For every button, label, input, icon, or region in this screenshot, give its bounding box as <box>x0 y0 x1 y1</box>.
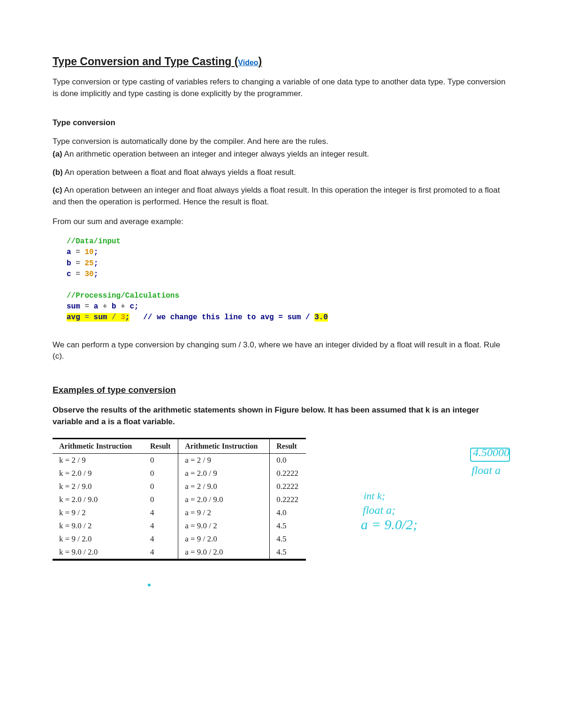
code-comment: //Processing/Calculations <box>67 292 179 300</box>
code-highlight: 3.0 <box>314 313 328 322</box>
table-row: k = 9 / 2.04a = 9 / 2.04.5 <box>53 533 306 546</box>
handwriting-line-2: float a; <box>363 504 396 517</box>
table-row: k = 9.0 / 24a = 9.0 / 24.5 <box>53 519 306 533</box>
code-semi: ; <box>94 259 99 268</box>
table-cell: 0.2222 <box>270 467 306 480</box>
code-num: 3 <box>116 313 125 322</box>
table-cell: a = 2 / 9.0 <box>178 480 270 493</box>
code-comment-inline: // we change this line to avg = sum / <box>129 313 314 322</box>
code-num: 25 <box>84 259 93 268</box>
table-cell: 0.2222 <box>270 493 306 506</box>
code-op: = <box>84 313 89 322</box>
table-cell: 4 <box>144 519 178 533</box>
handwriting-line-1: int k; <box>364 490 385 502</box>
table-cell: k = 2 / 9 <box>53 454 144 467</box>
rule-a: (a) An arithmetic operation between an i… <box>53 149 510 160</box>
handwriting-dot <box>148 584 151 586</box>
code-op: = <box>76 248 80 256</box>
handwriting-box-value: 4.50000 <box>473 446 510 459</box>
table-cell: 4.5 <box>270 546 306 560</box>
rule-a-text: An arithmetic operation between an integ… <box>62 150 369 158</box>
table-header: Result <box>144 439 178 454</box>
table-cell: a = 9 / 2.0 <box>178 533 270 546</box>
table-cell: 0 <box>144 467 178 480</box>
table-cell: k = 2.0 / 9 <box>53 467 144 480</box>
code-var: b <box>67 259 71 268</box>
code-block: //Data/input a = 10; b = 25; c = 30; //P… <box>67 236 510 323</box>
table-cell: a = 9 / 2 <box>178 506 270 519</box>
table-cell: 0.0 <box>270 454 306 467</box>
code-op: + <box>103 302 107 311</box>
table-cell: 0 <box>144 493 178 506</box>
from-example-text: From our sum and average example: <box>53 216 510 228</box>
table-cell: 0.2222 <box>270 480 306 493</box>
table-cell: 4 <box>144 506 178 519</box>
rule-c-prefix: (c) <box>53 186 62 195</box>
table-cell: 0 <box>144 454 178 467</box>
code-var: c <box>125 302 134 311</box>
conversion-table: Arithmetic Instruction Result Arithmetic… <box>53 438 306 561</box>
table-cell: k = 9.0 / 2.0 <box>53 546 144 560</box>
examples-heading: Examples of type conversion <box>53 385 510 395</box>
table-cell: k = 9 / 2.0 <box>53 533 144 546</box>
code-highlight: avg = sum / 3; <box>67 313 129 322</box>
code-op: / <box>112 313 116 322</box>
code-op: = <box>76 259 80 268</box>
code-semi: ; <box>94 248 99 256</box>
handwriting-float-a-label: float a <box>472 464 501 477</box>
table-row: k = 2 / 9.00a = 2 / 9.00.2222 <box>53 480 306 493</box>
table-row: k = 9.0 / 2.04a = 9.0 / 2.04.5 <box>53 546 306 560</box>
page-title-block: Type Conversion and Type Casting (Video) <box>53 55 510 68</box>
table-header-row: Arithmetic Instruction Result Arithmetic… <box>53 439 306 454</box>
table-header: Arithmetic Instruction <box>53 439 144 454</box>
code-num: 30 <box>84 270 93 278</box>
title-paren-open: ( <box>231 55 238 68</box>
intro-paragraph: Type conversion or type casting of varia… <box>53 76 510 99</box>
table-cell: a = 9.0 / 2 <box>178 519 270 533</box>
table-cell: k = 9.0 / 2 <box>53 519 144 533</box>
table-row: k = 9 / 24a = 9 / 24.0 <box>53 506 306 519</box>
code-var: c <box>67 270 71 278</box>
video-link[interactable]: Video <box>238 59 258 67</box>
table-row: k = 2.0 / 9.00a = 2.0 / 9.00.2222 <box>53 493 306 506</box>
table-row: k = 2 / 90a = 2 / 90.0 <box>53 454 306 467</box>
code-var: avg <box>67 313 84 322</box>
code-var: sum <box>89 313 112 322</box>
table-cell: 4 <box>144 546 178 560</box>
table-cell: 4 <box>144 533 178 546</box>
observe-text: Observe the results of the arithmetic st… <box>53 405 510 428</box>
code-num: 10 <box>84 248 93 256</box>
table-cell: 4.5 <box>270 519 306 533</box>
handwriting-line-3: a = 9.0/2; <box>361 517 418 533</box>
section-heading-type-conversion: Type conversion <box>53 118 510 128</box>
table-header: Arithmetic Instruction <box>178 439 270 454</box>
code-semi: ; <box>134 302 139 311</box>
table-cell: k = 2.0 / 9.0 <box>53 493 144 506</box>
code-var: a <box>67 248 71 256</box>
code-var: b <box>107 302 121 311</box>
code-op: = <box>84 302 89 311</box>
rule-c-text: An operation between an integer and floa… <box>53 186 500 206</box>
conversion-table-wrap: Arithmetic Instruction Result Arithmetic… <box>53 438 306 561</box>
table-header: Result <box>270 439 306 454</box>
table-cell: k = 2 / 9.0 <box>53 480 144 493</box>
rule-b-text: An operation between a float and float a… <box>63 168 296 177</box>
page-title: Type Conversion and Type Casting <box>53 55 231 68</box>
table-cell: a = 2 / 9 <box>178 454 270 467</box>
table-cell: k = 9 / 2 <box>53 506 144 519</box>
code-var: a <box>94 302 103 311</box>
table-row: k = 2.0 / 90a = 2.0 / 90.2222 <box>53 467 306 480</box>
title-paren-close: ) <box>259 55 262 68</box>
code-semi: ; <box>94 270 99 278</box>
table-cell: 4.5 <box>270 533 306 546</box>
rules-intro: Type conversion is automatically done by… <box>53 136 510 148</box>
rule-c: (c) An operation between an integer and … <box>53 185 510 208</box>
table-cell: 4.0 <box>270 506 306 519</box>
code-op: + <box>121 302 125 311</box>
after-code-text: We can perform a type conversion by chan… <box>53 339 510 362</box>
code-var: sum <box>67 302 84 311</box>
table-cell: a = 9.0 / 2.0 <box>178 546 270 560</box>
table-cell: a = 2.0 / 9 <box>178 467 270 480</box>
code-semi: ; <box>125 313 130 322</box>
table-cell: a = 2.0 / 9.0 <box>178 493 270 506</box>
